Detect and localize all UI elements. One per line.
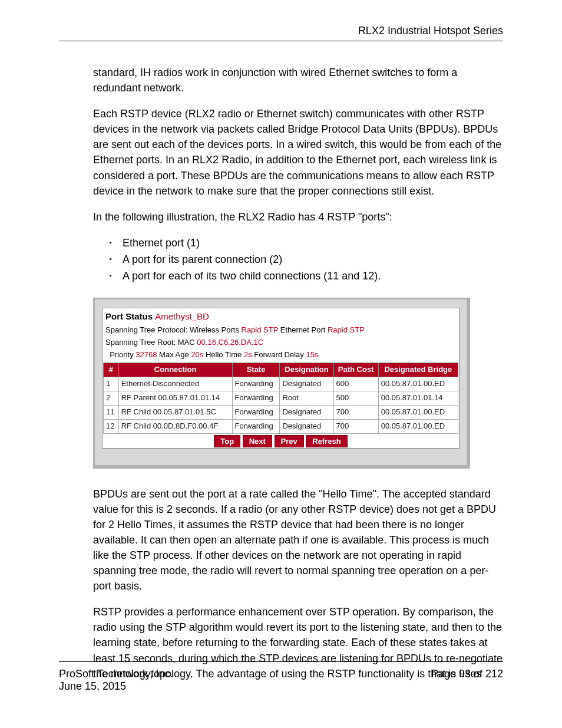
header-title: RLX2 Industrial Hotspot Series <box>358 25 503 37</box>
port-table-body: 1 Ethernet-Disconnected Forwarding Desig… <box>104 377 458 433</box>
button-row: Top Next Prev Refresh <box>103 435 458 447</box>
page-header: RLX2 Industrial Hotspot Series <box>59 25 503 41</box>
para-illustration-lead: In the following illustration, the RLX2 … <box>93 209 503 225</box>
table-row: 12 RF Child 00.0D.8D.F0.00.4F Forwarding… <box>104 419 458 433</box>
col-number: # <box>104 363 119 377</box>
para-hello-time: BPDUs are sent out the port at a rate ca… <box>93 486 503 594</box>
footer-date: June 15, 2015 <box>59 680 173 693</box>
col-state: State <box>232 363 280 377</box>
para-rstp-bpdu: Each RSTP device (RLX2 radio or Ethernet… <box>93 106 503 199</box>
stp-root-line: Spanning Tree Root: MAC 00.16.C6.26.DA.1… <box>103 337 458 349</box>
refresh-button[interactable]: Refresh <box>306 435 347 447</box>
col-designated-bridge: Designated Bridge <box>378 363 458 377</box>
next-button[interactable]: Next <box>243 435 272 447</box>
col-connection: Connection <box>118 363 232 377</box>
page-footer: ProSoft Technology, Inc. June 15, 2015 P… <box>59 661 503 693</box>
list-item: A port for each of its two child connect… <box>110 268 503 284</box>
port-list: Ethernet port (1) A port for its parent … <box>110 235 503 284</box>
col-designation: Designation <box>280 363 333 377</box>
footer-company: ProSoft Technology, Inc. <box>59 668 173 680</box>
table-row: 1 Ethernet-Disconnected Forwarding Desig… <box>104 377 458 391</box>
table-row: 11 RF Child 00.05.87.01.01.5C Forwarding… <box>104 405 458 419</box>
port-table: # Connection State Designation Path Cost… <box>103 363 458 433</box>
device-name: Amethyst_BD <box>155 311 209 321</box>
footer-page: Page 93 of 212 <box>431 668 503 693</box>
top-button[interactable]: Top <box>214 435 240 447</box>
para-intro-continued: standard, IH radios work in conjunction … <box>93 65 503 95</box>
list-item: Ethernet port (1) <box>110 235 503 251</box>
port-status-label: Port Status <box>105 311 153 321</box>
list-item: A port for its parent connection (2) <box>110 252 503 267</box>
col-path-cost: Path Cost <box>333 363 378 377</box>
port-status-screenshot: Port Status Amethyst_BD Spanning Tree Pr… <box>93 298 470 469</box>
port-status-title: Port Status Amethyst_BD <box>103 309 458 324</box>
stp-params-line: Priority 32768 Max Age 20s Hello Time 2s… <box>103 349 458 361</box>
table-row: 2 RF Parent 00.05.87.01.01.14 Forwarding… <box>104 391 458 406</box>
stp-protocol-line: Spanning Tree Protocol: Wireless Ports R… <box>103 324 458 337</box>
main-body: standard, IH radios work in conjunction … <box>59 41 503 681</box>
prev-button[interactable]: Prev <box>275 435 304 447</box>
table-header-row: # Connection State Designation Path Cost… <box>104 363 458 377</box>
